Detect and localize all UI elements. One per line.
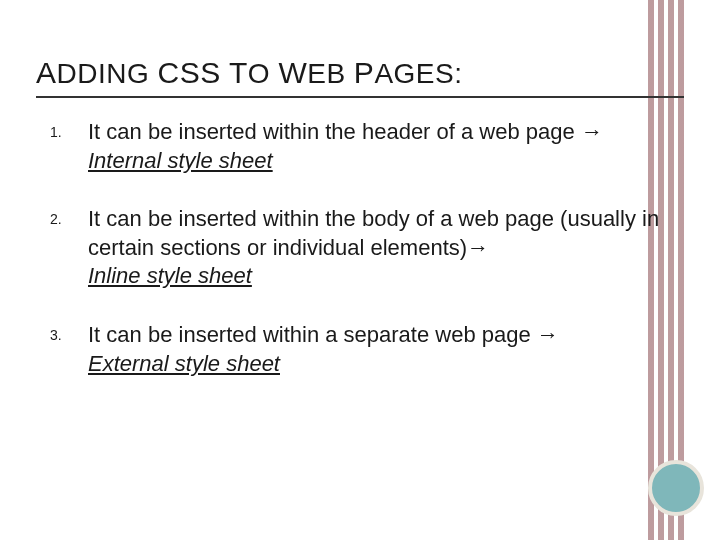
title-word1-rest: DDING (57, 58, 150, 89)
points-list: 1. It can be inserted within the header … (36, 118, 684, 378)
item-emphasis: Inline style sheet (88, 263, 252, 288)
title-colon: : (454, 58, 462, 89)
title-word4-first: W (278, 56, 307, 89)
item-emphasis: Internal style sheet (88, 148, 273, 173)
title-word3-first: T (229, 56, 248, 89)
title-word4-rest: EB (307, 58, 345, 89)
item-number: 1. (36, 118, 88, 140)
title-word2: CSS (158, 56, 221, 89)
arrow-icon: → (537, 322, 559, 347)
title-word1-first: A (36, 56, 57, 89)
arrow-icon: → (467, 235, 489, 260)
item-pre: It can be inserted within a separate web… (88, 322, 537, 347)
item-text: It can be inserted within the body of a … (88, 205, 684, 291)
title-row: ADDING CSS TO WEB PAGES: (36, 56, 684, 98)
item-text: It can be inserted within a separate web… (88, 321, 684, 378)
list-item: 1. It can be inserted within the header … (36, 118, 684, 175)
list-item: 3. It can be inserted within a separate … (36, 321, 684, 378)
slide-title: ADDING CSS TO WEB PAGES: (36, 56, 462, 90)
title-word5-rest: AGES (374, 58, 454, 89)
arrow-icon: → (581, 119, 603, 144)
item-emphasis: External style sheet (88, 351, 280, 376)
item-pre: It can be inserted within the body of a … (88, 206, 659, 260)
item-number: 2. (36, 205, 88, 227)
title-word5-first: P (354, 56, 375, 89)
item-pre: It can be inserted within the header of … (88, 119, 581, 144)
decorative-circle (648, 460, 704, 516)
item-text: It can be inserted within the header of … (88, 118, 684, 175)
item-number: 3. (36, 321, 88, 343)
title-word3-rest: O (248, 58, 270, 89)
list-item: 2. It can be inserted within the body of… (36, 205, 684, 291)
